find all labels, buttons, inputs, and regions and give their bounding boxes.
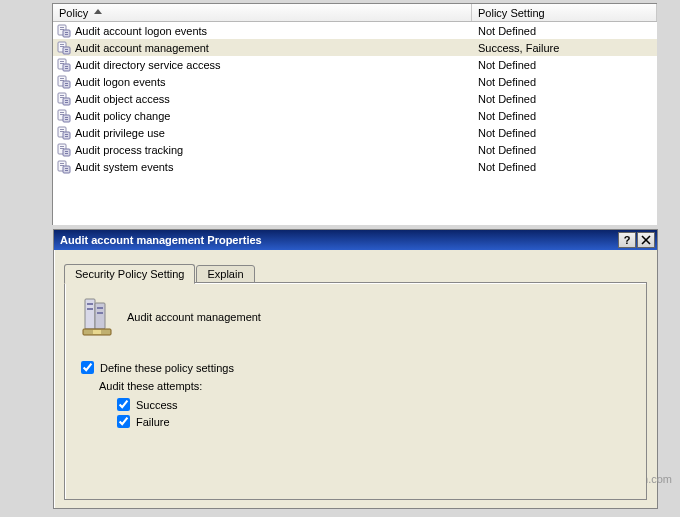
svg-rect-45 — [63, 149, 70, 156]
svg-rect-41 — [65, 136, 68, 137]
svg-rect-49 — [60, 163, 64, 164]
define-policy-checkbox[interactable] — [81, 361, 94, 374]
svg-rect-58 — [87, 303, 93, 305]
svg-rect-21 — [63, 81, 70, 88]
policy-row-name: Audit system events — [75, 161, 173, 173]
svg-rect-63 — [93, 330, 101, 334]
policy-item-icon — [57, 143, 71, 157]
policy-row-setting: Not Defined — [472, 25, 657, 37]
failure-label: Failure — [136, 416, 170, 428]
svg-rect-5 — [65, 34, 68, 35]
policy-row[interactable]: Audit directory service accessNot Define… — [53, 56, 657, 73]
policy-row[interactable]: Audit account logon eventsNot Defined — [53, 22, 657, 39]
svg-rect-19 — [60, 78, 64, 79]
svg-rect-34 — [65, 117, 68, 118]
svg-rect-39 — [63, 132, 70, 139]
svg-rect-23 — [65, 85, 68, 86]
policy-row-name: Audit policy change — [75, 110, 170, 122]
svg-rect-43 — [60, 146, 64, 147]
svg-rect-13 — [60, 61, 64, 62]
dialog-title: Audit account management Properties — [60, 234, 617, 246]
tab-security-policy-setting[interactable]: Security Policy Setting — [64, 264, 195, 284]
policy-row-setting: Not Defined — [472, 161, 657, 173]
column-header-setting[interactable]: Policy Setting — [472, 4, 657, 21]
close-icon — [641, 235, 651, 245]
svg-rect-29 — [65, 102, 68, 103]
svg-rect-28 — [65, 100, 68, 101]
policy-item-icon — [57, 58, 71, 72]
svg-rect-60 — [97, 307, 103, 309]
policy-row-setting: Success, Failure — [472, 42, 657, 54]
svg-rect-7 — [60, 44, 64, 45]
properties-dialog: Audit account management Properties ? Se… — [53, 229, 658, 509]
tab-strip: Security Policy Setting Explain — [64, 260, 647, 282]
svg-rect-52 — [65, 168, 68, 169]
svg-rect-35 — [65, 119, 68, 120]
column-header-setting-label: Policy Setting — [478, 7, 545, 19]
svg-rect-22 — [65, 83, 68, 84]
policy-row-name: Audit object access — [75, 93, 170, 105]
policy-item-icon — [57, 126, 71, 140]
help-button[interactable]: ? — [618, 232, 636, 248]
policy-list-header: Policy Policy Setting — [53, 4, 657, 22]
policy-item-icon — [57, 24, 71, 38]
svg-rect-51 — [63, 166, 70, 173]
svg-rect-40 — [65, 134, 68, 135]
column-header-policy[interactable]: Policy — [53, 4, 472, 21]
svg-rect-3 — [63, 30, 70, 37]
svg-rect-33 — [63, 115, 70, 122]
failure-checkbox[interactable] — [117, 415, 130, 428]
svg-rect-11 — [65, 51, 68, 52]
svg-rect-27 — [63, 98, 70, 105]
policy-row[interactable]: Audit policy changeNot Defined — [53, 107, 657, 124]
policy-item-icon — [57, 160, 71, 174]
policy-list-body: Audit account logon eventsNot DefinedAud… — [53, 22, 657, 175]
policy-row-setting: Not Defined — [472, 59, 657, 71]
success-checkbox-row[interactable]: Success — [117, 398, 630, 411]
policy-row-name: Audit logon events — [75, 76, 166, 88]
audit-attempts-label: Audit these attempts: — [99, 380, 630, 392]
svg-rect-61 — [97, 312, 103, 314]
policy-row[interactable]: Audit object accessNot Defined — [53, 90, 657, 107]
policy-row-setting: Not Defined — [472, 93, 657, 105]
svg-rect-59 — [87, 308, 93, 310]
column-header-policy-label: Policy — [59, 7, 88, 19]
svg-rect-4 — [65, 32, 68, 33]
policy-row-setting: Not Defined — [472, 127, 657, 139]
define-policy-label: Define these policy settings — [100, 362, 234, 374]
svg-rect-9 — [63, 47, 70, 54]
policy-large-icon — [81, 297, 115, 337]
svg-rect-37 — [60, 129, 64, 130]
close-button[interactable] — [637, 232, 655, 248]
policy-row[interactable]: Audit account managementSuccess, Failure — [53, 39, 657, 56]
failure-checkbox-row[interactable]: Failure — [117, 415, 630, 428]
policy-row-setting: Not Defined — [472, 110, 657, 122]
success-label: Success — [136, 399, 178, 411]
tab-panel: Audit account management Define these po… — [64, 282, 647, 500]
svg-rect-46 — [65, 151, 68, 152]
policy-row[interactable]: Audit privilege useNot Defined — [53, 124, 657, 141]
dialog-titlebar[interactable]: Audit account management Properties ? — [54, 230, 657, 250]
svg-rect-1 — [60, 27, 64, 28]
policy-row-name: Audit directory service access — [75, 59, 221, 71]
policy-item-icon — [57, 41, 71, 55]
policy-list: Policy Policy Setting Audit account logo… — [52, 3, 657, 225]
svg-rect-17 — [65, 68, 68, 69]
tab-explain[interactable]: Explain — [196, 265, 254, 283]
policy-row-setting: Not Defined — [472, 144, 657, 156]
policy-row[interactable]: Audit process trackingNot Defined — [53, 141, 657, 158]
svg-rect-57 — [95, 303, 105, 329]
policy-row-name: Audit privilege use — [75, 127, 165, 139]
svg-rect-16 — [65, 66, 68, 67]
policy-row[interactable]: Audit system eventsNot Defined — [53, 158, 657, 175]
success-checkbox[interactable] — [117, 398, 130, 411]
svg-rect-47 — [65, 153, 68, 154]
svg-rect-10 — [65, 49, 68, 50]
svg-rect-15 — [63, 64, 70, 71]
policy-row-setting: Not Defined — [472, 76, 657, 88]
svg-rect-25 — [60, 95, 64, 96]
policy-row-name: Audit account logon events — [75, 25, 207, 37]
svg-rect-31 — [60, 112, 64, 113]
define-policy-checkbox-row[interactable]: Define these policy settings — [81, 361, 630, 374]
policy-row[interactable]: Audit logon eventsNot Defined — [53, 73, 657, 90]
